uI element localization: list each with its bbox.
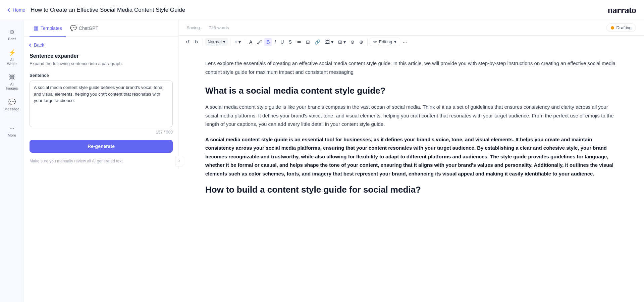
chevron-down-icon: ▾ [223,39,225,44]
collapse-panel-button[interactable]: ‹ [175,156,183,166]
back-chevron-icon [29,43,33,47]
char-count: 157 / 300 [30,130,173,135]
top-header: Home How to Create an Effective Social M… [0,0,644,20]
saving-text: Saving... [186,25,204,30]
toolbar-divider-2 [230,39,230,45]
editor-toolbar: ↺ ↻ Normal ▾ ≡ ▾ A 🖊 B I U S ≔ ⊟ 🔗 🖼 ▾ ⊞… [178,36,644,48]
chevron-left-icon [7,8,11,12]
editor-topbar: Saving... 725 words Drafting [178,20,644,36]
sidebar-item-message[interactable]: 💬 Message [2,96,22,114]
textarea-wrapper [30,81,173,129]
editor-h2-2[interactable]: How to build a content style guide for s… [205,185,617,195]
brief-icon: ⊕ [9,28,14,36]
editor-content: Let's explore the essentials of creating… [178,48,644,302]
regenerate-button[interactable]: Re-generate [30,140,173,153]
message-icon: 💬 [8,98,16,106]
panel-wrapper: ▦ Templates 💬 ChatGPT Back Sentence expa… [24,20,178,302]
align-button[interactable]: ≡ ▾ [232,38,243,46]
text-color-button[interactable]: A [247,38,254,46]
sidebar-item-ai-writer[interactable]: ⚡ AI Writer [2,46,22,68]
ordered-list-button[interactable]: ⊟ [304,38,312,46]
drafting-badge[interactable]: Drafting [606,23,636,32]
add-button[interactable]: ⊕ [357,38,365,46]
pencil-icon: ✏ [373,39,377,44]
sentence-textarea[interactable] [30,81,173,127]
more-options-button[interactable]: ··· [401,38,409,46]
tab-chatgpt[interactable]: 💬 ChatGPT [66,20,102,37]
editor-h2-1[interactable]: What is a social media content style gui… [205,86,617,96]
more-icon: ··· [9,125,14,132]
drafting-dot-icon [611,26,614,30]
sidebar-item-brief[interactable]: ⊕ Brief [2,26,22,44]
templates-tab-icon: ▦ [34,25,39,31]
bold-button[interactable]: B [264,38,272,46]
editing-chevron-down-icon: ▾ [394,39,396,44]
panel-tabs: ▦ Templates 💬 ChatGPT [24,20,178,37]
template-description: Expand the following sentence into a par… [30,61,173,66]
sidebar-divider [5,118,19,118]
italic-button[interactable]: I [272,38,278,46]
main-layout: ⊕ Brief ⚡ AI Writer 🖼 AI Images 💬 Messag… [0,20,644,302]
sentence-field-label: Sentence [30,73,173,78]
editor-area: Saving... 725 words Drafting ↺ ↻ Normal … [178,20,644,302]
format-select[interactable]: Normal ▾ [205,38,228,46]
bullet-list-button[interactable]: ≔ [294,38,303,46]
narrato-logo: narrato [607,5,636,15]
template-title: Sentence expander [30,53,173,59]
ai-images-icon: 🖼 [9,74,15,81]
word-count: 725 words [209,25,229,30]
doc-title: How to Create an Effective Social Media … [31,7,185,13]
toolbar-divider-4 [367,39,368,45]
panel-content: Back Sentence expander Expand the follow… [24,37,178,169]
redo-button[interactable]: ↻ [193,38,201,46]
undo-button[interactable]: ↺ [184,38,192,46]
icon-sidebar: ⊕ Brief ⚡ AI Writer 🖼 AI Images 💬 Messag… [0,20,24,302]
strikethrough-button[interactable]: S [286,38,293,46]
clear-format-button[interactable]: ⊘ [348,38,357,46]
editing-dropdown[interactable]: ✏ Editing ▾ [370,38,400,46]
panel: ▦ Templates 💬 ChatGPT Back Sentence expa… [24,20,178,169]
highlight-button[interactable]: 🖊 [255,38,264,46]
underline-button[interactable]: U [278,38,286,46]
editor-para-1[interactable]: A social media content style guide is li… [205,103,617,129]
chatgpt-tab-icon: 💬 [70,25,77,31]
top-header-left: Home How to Create an Effective Social M… [8,7,185,13]
back-link[interactable]: Back [30,42,173,48]
editor-para-2[interactable]: A social media content style guide is an… [205,135,617,178]
image-button[interactable]: 🖼 ▾ [323,38,335,46]
sidebar-item-more[interactable]: ··· More [2,122,22,140]
toolbar-divider-3 [245,39,245,45]
link-button[interactable]: 🔗 [313,38,322,46]
table-button[interactable]: ⊞ ▾ [336,38,348,46]
disclaimer-text: Make sure you manually review all AI gen… [30,158,173,164]
ai-writer-icon: ⚡ [8,49,16,56]
sidebar-item-ai-images[interactable]: 🖼 AI Images [2,71,22,93]
editor-status: Saving... 725 words [186,25,229,30]
editor-intro[interactable]: Let's explore the essentials of creating… [205,59,617,76]
home-link[interactable]: Home [8,7,25,13]
toolbar-divider-1 [203,39,203,45]
tab-templates[interactable]: ▦ Templates [30,20,66,37]
